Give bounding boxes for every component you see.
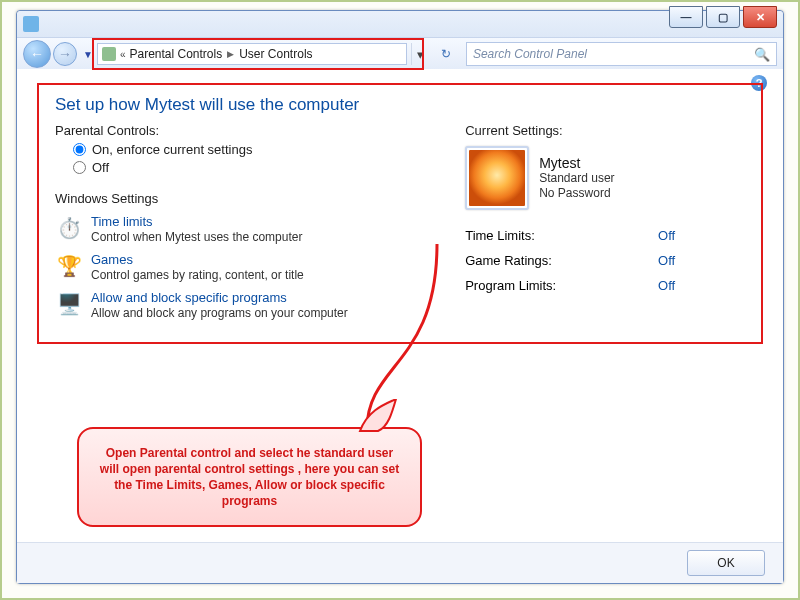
radio-off[interactable]: Off xyxy=(73,160,455,175)
user-password-status: No Password xyxy=(539,186,614,201)
user-role: Standard user xyxy=(539,171,614,186)
radio-on-label: On, enforce current settings xyxy=(92,142,252,157)
status-row-game-ratings: Game Ratings: Off xyxy=(465,253,675,268)
status-label: Time Limits: xyxy=(465,228,535,243)
status-row-program-limits: Program Limits: Off xyxy=(465,278,675,293)
right-column: Current Settings: Mytest Standard user N… xyxy=(455,123,745,328)
programs-icon: 🖥️ xyxy=(55,290,83,318)
left-column: Parental Controls: On, enforce current s… xyxy=(55,123,455,328)
setting-games[interactable]: 🏆 Games Control games by rating, content… xyxy=(55,252,455,282)
minimize-button[interactable]: — xyxy=(669,6,703,28)
back-button[interactable]: ← xyxy=(23,40,51,68)
breadcrumb[interactable]: « Parental Controls ▶ User Controls xyxy=(97,43,407,65)
status-value-link[interactable]: Off xyxy=(658,278,675,293)
ok-button[interactable]: OK xyxy=(687,550,765,576)
breadcrumb-item-parental[interactable]: Parental Controls xyxy=(129,47,222,61)
nav-bar: ← → ▼ « Parental Controls ▶ User Control… xyxy=(17,38,783,71)
forward-button[interactable]: → xyxy=(53,42,77,66)
radio-off-label: Off xyxy=(92,160,109,175)
radio-on-input[interactable] xyxy=(73,143,86,156)
games-desc: Control games by rating, content, or tit… xyxy=(91,268,304,282)
maximize-button[interactable]: ▢ xyxy=(706,6,740,28)
refresh-icon: ↻ xyxy=(441,47,451,61)
status-value-link[interactable]: Off xyxy=(658,253,675,268)
radio-on[interactable]: On, enforce current settings xyxy=(73,142,455,157)
arrow-right-icon: → xyxy=(58,46,72,62)
programs-link[interactable]: Allow and block specific programs xyxy=(91,290,348,305)
radio-off-input[interactable] xyxy=(73,161,86,174)
chevron-right-icon: ▶ xyxy=(227,49,234,59)
time-limits-link[interactable]: Time limits xyxy=(91,214,302,229)
breadcrumb-dropdown-icon[interactable]: ▾ xyxy=(411,43,430,65)
setting-time-limits[interactable]: ⏱️ Time limits Control when Mytest uses … xyxy=(55,214,455,244)
annotation-main-box: Set up how Mytest will use the computer … xyxy=(37,83,763,344)
annotation-callout: Open Parental control and select he stan… xyxy=(77,427,422,527)
windows-settings-heading: Windows Settings xyxy=(55,191,455,206)
titlebar: — ▢ ✕ xyxy=(17,11,783,38)
search-placeholder: Search Control Panel xyxy=(473,47,587,61)
avatar xyxy=(465,146,529,210)
time-limits-desc: Control when Mytest uses the computer xyxy=(91,230,302,244)
current-settings-label: Current Settings: xyxy=(465,123,745,138)
parental-controls-label: Parental Controls: xyxy=(55,123,455,138)
callout-tail-icon xyxy=(358,399,398,433)
refresh-button[interactable]: ↻ xyxy=(436,44,456,64)
status-label: Program Limits: xyxy=(465,278,556,293)
page-title: Set up how Mytest will use the computer xyxy=(55,95,745,115)
search-input[interactable]: Search Control Panel 🔍 xyxy=(466,42,777,66)
trophy-icon: 🏆 xyxy=(55,252,83,280)
user-name: Mytest xyxy=(539,155,614,171)
search-icon: 🔍 xyxy=(754,47,770,62)
location-icon xyxy=(102,47,116,61)
avatar-image-icon xyxy=(469,150,525,206)
programs-desc: Allow and block any programs on your com… xyxy=(91,306,348,320)
breadcrumb-item-user-controls[interactable]: User Controls xyxy=(239,47,312,61)
bottom-bar: OK xyxy=(17,542,783,583)
setting-programs[interactable]: 🖥️ Allow and block specific programs All… xyxy=(55,290,455,320)
arrow-left-icon: ← xyxy=(30,46,44,62)
callout-text: Open Parental control and select he stan… xyxy=(95,445,404,510)
status-value-link[interactable]: Off xyxy=(658,228,675,243)
chevron-back-icon: « xyxy=(120,49,126,60)
games-link[interactable]: Games xyxy=(91,252,304,267)
status-label: Game Ratings: xyxy=(465,253,552,268)
close-button[interactable]: ✕ xyxy=(743,6,777,28)
app-icon xyxy=(23,16,39,32)
history-dropdown-icon[interactable]: ▼ xyxy=(83,49,93,60)
status-table: Time Limits: Off Game Ratings: Off Progr… xyxy=(465,228,745,293)
control-panel-window: — ▢ ✕ ← → ▼ « Parental Controls ▶ User C… xyxy=(16,10,784,584)
user-block: Mytest Standard user No Password xyxy=(465,146,745,210)
clock-icon: ⏱️ xyxy=(55,214,83,242)
content-pane: ? Set up how Mytest will use the compute… xyxy=(17,69,783,543)
status-row-time-limits: Time Limits: Off xyxy=(465,228,675,243)
